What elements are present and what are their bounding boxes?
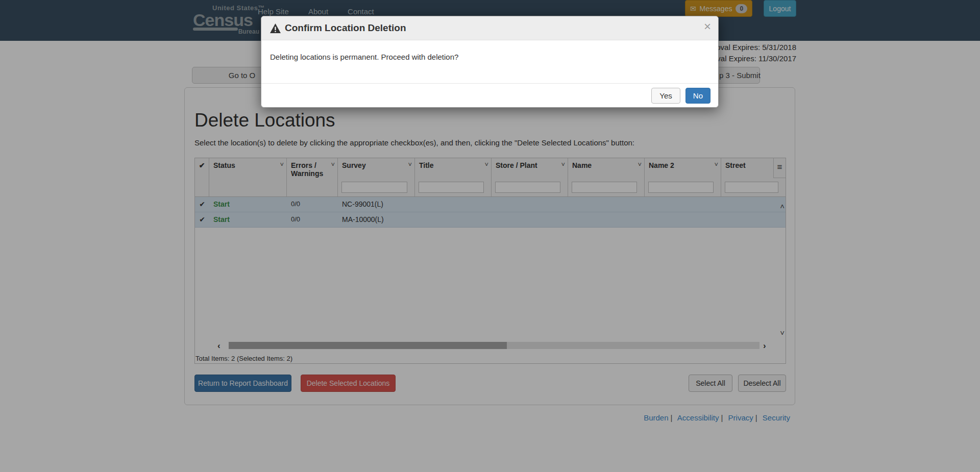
close-icon[interactable]: ×	[704, 19, 711, 34]
modal-footer: Yes No	[261, 83, 718, 108]
no-button[interactable]: No	[685, 88, 710, 104]
modal-title-wrap: Confirm Location Deletion	[270, 22, 406, 34]
confirm-location-deletion-dialog: Confirm Location Deletion × Deleting loc…	[261, 16, 719, 108]
modal-title: Confirm Location Deletion	[285, 22, 406, 34]
warning-icon	[270, 23, 281, 33]
yes-button[interactable]: Yes	[651, 88, 680, 104]
modal-header: Confirm Location Deletion ×	[261, 16, 718, 40]
modal-body-text: Deleting locations is permanent. Proceed…	[261, 40, 718, 83]
